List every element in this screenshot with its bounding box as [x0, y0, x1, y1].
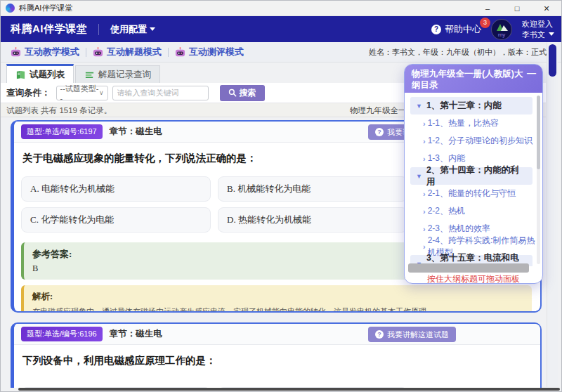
app-window: 科腾AI伴学课堂 – □ ✕ 科腾AI伴学课堂 使用配置 ? 帮助中心 3: [0, 0, 562, 392]
help-center-label: 帮助中心: [445, 23, 481, 36]
question-card: 题型:单选/编号:6196 章节：磁生电 ? 我要讲解这道试题 下列设备中，利用…: [11, 322, 542, 388]
tab-assessment-mode[interactable]: 互动测评模式: [175, 46, 244, 58]
explain-button-label: 我要讲解这道试题: [387, 329, 449, 340]
outline-chapter[interactable]: ▼ 1、第十三章：内能: [410, 97, 532, 115]
notification-badge: 3: [480, 18, 490, 28]
help-center-button[interactable]: ? 帮助中心 3: [431, 23, 481, 36]
main-vertical-scrollbar-thumb[interactable]: [549, 44, 556, 77]
question-type-badge: 题型:单选/编号:6196: [21, 327, 103, 341]
explain-question-button[interactable]: ? 我要讲解这道试题: [368, 327, 456, 342]
panel-vertical-scrollbar-thumb[interactable]: [537, 96, 540, 169]
question-card-header: 题型:单选/编号:6196 章节：磁生电 ? 我要讲解这道试题: [14, 324, 540, 345]
outline-section[interactable]: › 2-2、热机: [405, 202, 537, 220]
main-vertical-scrollbar[interactable]: [547, 42, 558, 387]
search-button[interactable]: 搜索: [220, 85, 265, 101]
maximize-button[interactable]: □: [502, 1, 532, 16]
robot-icon: [93, 47, 103, 58]
outline-chapter[interactable]: ▼ 2、第十四章：内能的利用: [410, 167, 532, 185]
chevron-right-icon: ›: [423, 225, 426, 233]
drag-hint-text: 按住大纲标题可拖动面板: [405, 273, 542, 285]
chevron-right-icon: ›: [423, 242, 426, 251]
robot-icon: [11, 47, 21, 58]
option-d[interactable]: D. 热能转化为机械能: [218, 207, 407, 233]
chevron-down-icon: [150, 27, 155, 31]
horizontal-scrollbar-thumb[interactable]: [18, 388, 560, 391]
outline-list: ▼ 1、第十三章：内能 › 1-1、热量，比热容 › 1-2、分子动理论的初步知…: [405, 93, 537, 266]
tab-label: 解题记录查询: [98, 69, 151, 81]
outline-item-label: 2-2、热机: [428, 205, 465, 217]
book-icon: [15, 70, 26, 80]
avatar-logo-icon: [497, 22, 508, 31]
config-menu-label: 使用配置: [110, 23, 147, 36]
chapter-label: 章节：磁生电: [110, 328, 162, 340]
mode-label: 互动教学模式: [25, 46, 79, 58]
outline-section[interactable]: › 1-2、分子动理论的初步知识: [405, 132, 537, 150]
chevron-down-icon: [549, 32, 554, 36]
app-logo-icon: [6, 4, 15, 13]
outline-item-label: 1-1、热量，比热容: [428, 117, 499, 129]
welcome-label: 欢迎登入: [522, 19, 554, 30]
panel-horizontal-scrollbar-thumb[interactable]: [408, 263, 529, 273]
tab-label: 试题列表: [30, 69, 65, 81]
welcome-block[interactable]: 欢迎登入 李书文: [522, 19, 554, 40]
question-type-badge: 题型:单选/编号:6197: [21, 124, 103, 139]
username-label: 李书文: [522, 30, 545, 40]
outline-item-label: 2-3、热机的效率: [428, 223, 490, 235]
list-icon: [84, 70, 95, 80]
outline-item-label: 1、第十三章：内能: [426, 100, 502, 112]
analysis-text: 在电磁感应现象中，通过导体在磁场中运动产生感应电流，实现了机械能向电能的转化。这…: [32, 306, 523, 313]
outline-panel-title: 物理九年级全一册(人教版)大纲目录: [412, 69, 523, 90]
panel-minimize-button[interactable]: —: [527, 67, 536, 79]
search-button-label: 搜索: [240, 87, 256, 99]
mode-divider: [168, 48, 169, 57]
avatar[interactable]: my: [491, 19, 512, 40]
outline-section[interactable]: › 1-1、热量，比热容: [405, 115, 537, 132]
triangle-down-icon: ▼: [416, 103, 422, 110]
analysis-label: 解析:: [32, 291, 523, 303]
outline-panel[interactable]: 物理九年级全一册(人教版)大纲目录 — ▼ 1、第十三章：内能 › 1-1、热量…: [404, 64, 543, 284]
user-info-text: 姓名：李书文，年级：九年级（初中），版本：正式版: [369, 47, 554, 58]
search-icon: [228, 89, 237, 97]
analysis-box: 解析: 在电磁感应现象中，通过导体在磁场中运动产生感应电流，实现了机械能向电能的…: [21, 285, 532, 313]
chevron-right-icon: ›: [423, 190, 426, 198]
tab-record-search[interactable]: 解题记录查询: [75, 65, 160, 83]
avatar-text: my: [492, 32, 511, 38]
question-type-select[interactable]: --试题类型-- ∨: [56, 86, 108, 100]
chevron-down-icon: ∨: [99, 89, 104, 96]
tab-question-list[interactable]: 试题列表: [6, 64, 74, 83]
mode-label: 互动解题模式: [107, 46, 162, 58]
help-icon: ?: [375, 128, 384, 136]
chapter-label: 章节：磁生电: [110, 126, 162, 138]
outline-item-label: 1-3、内能: [428, 152, 465, 164]
outline-item-label: 1-2、分子动理论的初步知识: [428, 135, 532, 147]
outline-item-label: 2-1、能量的转化与守恒: [428, 188, 516, 200]
chevron-right-icon: ›: [423, 207, 426, 216]
tab-solving-mode[interactable]: 互动解题模式: [93, 46, 162, 58]
mode-divider: [86, 48, 86, 57]
window-title: 科腾AI伴学课堂: [19, 3, 72, 13]
records-summary: 试题列表 共有 1519 条记录。: [6, 105, 112, 116]
keyword-input[interactable]: [112, 86, 209, 100]
chevron-right-icon: ›: [423, 155, 426, 163]
os-titlebar: 科腾AI伴学课堂 – □ ✕: [1, 1, 561, 16]
close-button[interactable]: ✕: [532, 1, 561, 16]
tab-teaching-mode[interactable]: 互动教学模式: [11, 46, 79, 58]
outline-panel-header[interactable]: 物理九年级全一册(人教版)大纲目录 —: [405, 65, 542, 93]
options-grid: A. 电动机 B. 发电机: [14, 373, 540, 388]
config-menu[interactable]: 使用配置: [110, 23, 155, 36]
option-b[interactable]: B. 机械能转化为电能: [218, 176, 407, 202]
panel-vertical-scrollbar[interactable]: [537, 96, 540, 264]
option-a[interactable]: A. 电能转化为机械能: [21, 176, 211, 202]
option-c[interactable]: C. 化学能转化为电能: [21, 207, 211, 233]
chevron-right-icon: ›: [423, 137, 426, 145]
mode-bar: 互动教学模式 互动解题模式 互动测评模式 姓名：李书文，年级：九年级（初中），版…: [1, 42, 561, 63]
question-text: 下列设备中，利用电磁感应原理工作的是：: [14, 345, 540, 373]
triangle-down-icon: ▼: [416, 173, 422, 180]
app-header: 科腾AI伴学课堂 使用配置 ? 帮助中心 3 my 欢迎登入 李书: [1, 16, 561, 42]
robot-icon: [175, 47, 185, 58]
outline-item-label: 2、第十四章：内能的利用: [426, 164, 527, 188]
select-value: --试题类型--: [60, 84, 99, 103]
brand-title: 科腾AI伴学课堂: [11, 22, 87, 36]
help-icon: ?: [375, 330, 384, 339]
minimize-button[interactable]: –: [473, 1, 502, 16]
